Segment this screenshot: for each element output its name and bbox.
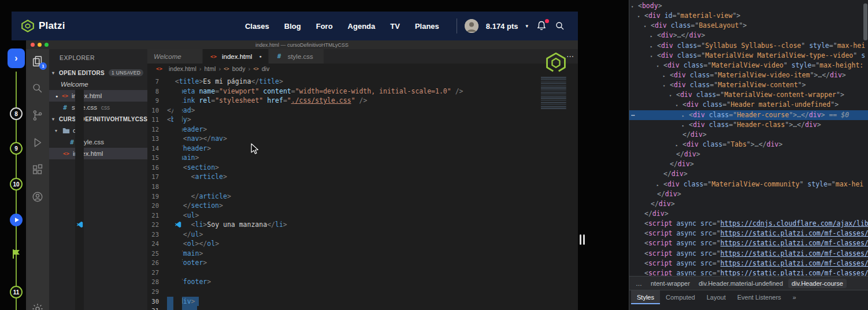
search-icon[interactable] [555,21,565,31]
platzi-logo[interactable]: Platzi [21,19,65,33]
dom-node-11[interactable]: ⋯▸<div class="Header-course">…</div> == … [629,110,868,120]
code-line-22[interactable]: 22 <li>Soy una manzana</li> [147,220,578,230]
extensions-icon[interactable] [31,163,44,176]
code-line-27[interactable]: 27 [147,268,578,278]
open-editors-section[interactable]: ▾ OPEN EDITORS 1 UNSAVED [49,67,147,79]
class-node-8[interactable]: 8 [10,107,23,120]
code-line-19[interactable]: 19 </article> [147,192,578,201]
code-line-26[interactable]: 26 <footer> [147,258,578,268]
points-label[interactable]: 8.174 pts [486,22,518,31]
code-line-21[interactable]: 21 <ul> [147,211,578,221]
devtools-tab-computed[interactable]: Computed [660,290,701,304]
code-line-9[interactable]: 9 <link rel="stylesheet" href="./css/sty… [147,96,578,106]
dom-node-10[interactable]: ▾<div class="Header material-undefined"> [629,100,868,110]
code-line-31[interactable]: 31 [147,306,578,310]
current-class-node[interactable] [10,214,23,226]
dom-node-5[interactable]: ▾<div class="MaterialView MaterialView-t… [629,51,868,61]
devtools-tab-more-tabs[interactable]: » [787,290,802,304]
dom-node-19[interactable]: </div> [629,189,868,199]
dom-node-27[interactable]: <script async src="https://static.platzi… [629,268,868,276]
dom-node-6[interactable]: ▾<div class="MaterialView-video" style="… [629,61,868,70]
accounts-icon[interactable] [31,191,44,203]
devtools-tab-styles[interactable]: Styles [631,290,660,304]
tab-index.html[interactable]: <>index.html● [203,49,269,64]
nav-item-clases[interactable]: Clases [245,22,269,31]
code-line-13[interactable]: 13 <nav></nav> [147,134,578,144]
tab-style.css[interactable]: #style.css [269,49,324,64]
code-line-8[interactable]: 8 <meta name="viewport" content="width=d… [147,87,578,96]
code-line-28[interactable]: 28 </footer> [147,277,578,287]
editor-more-actions-icon[interactable]: ⋯ [566,52,574,61]
chevron-down-icon[interactable]: ▾ [525,23,528,29]
minimap[interactable] [541,77,573,110]
code-line-10[interactable]: 10</head> [147,106,578,115]
dom-node-25[interactable]: <script async src="https://static.platzi… [629,249,868,259]
dom-node-12[interactable]: ▸<div class="Header-class">…</div> [629,120,868,130]
settings-gear-icon[interactable] [31,302,44,310]
class-node-9[interactable]: 9 [10,142,23,155]
nav-item-agenda[interactable]: Agenda [348,22,376,31]
tree-item-index.html[interactable]: <>index.html [49,148,147,159]
code-line-7[interactable]: 7 <title>Es mi página</title> [147,77,578,87]
devtools-scrollbar[interactable] [863,3,867,40]
explorer-icon[interactable]: 1 [31,55,44,68]
code-line-30[interactable]: 30 <div> [147,297,578,307]
code-line-16[interactable]: 16 <section> [147,163,578,173]
crumb-header[interactable]: div.Header.material-undefined [695,279,787,288]
crumb-header-course[interactable]: div.Header-course [788,279,847,288]
class-node-10[interactable]: 10 [10,178,23,191]
breadcrumb-body[interactable]: body [232,65,246,72]
crumb-overflow[interactable]: … [632,279,646,288]
dom-node-9[interactable]: ▾<div class="MaterialView-content-wrappe… [629,90,868,100]
dom-node-20[interactable]: </div> [629,199,868,209]
close-button[interactable] [31,43,35,47]
dom-node-26[interactable]: <script async src="https://static.platzi… [629,259,868,268]
run-debug-icon[interactable] [31,136,44,149]
open-editor-index.html[interactable]: ●<>index.html [49,90,147,102]
code-line-24[interactable]: 24 <ol></ol> [147,239,578,249]
dom-node-15[interactable]: </div> [629,150,868,159]
nav-item-foro[interactable]: Foro [316,22,333,31]
dom-node-1[interactable]: ▾<div id="material-view"> [629,11,868,21]
dom-node-14[interactable]: ▸<div class="Tabs">…</div> [629,140,868,150]
dom-node-3[interactable]: ▸<div>…</div> [629,31,868,40]
dom-node-21[interactable]: </div> [629,209,868,219]
notifications-button[interactable] [536,20,547,32]
code-line-12[interactable]: 12 <header> [147,125,578,135]
code-line-20[interactable]: 20 </section> [147,201,578,211]
code-line-11[interactable]: 11<body> [147,115,578,125]
code-editor[interactable]: 7 <title>Es mi página</title>8 <meta nam… [147,74,578,310]
code-line-15[interactable]: 15 <main> [147,153,578,163]
workspace-section[interactable]: ▾ CURSODEFINITIVOHTMLYCSS [49,113,147,125]
source-control-icon[interactable] [31,109,44,122]
code-line-23[interactable]: 23 </ul> [147,230,578,240]
code-line-14[interactable]: 14 </header> [147,144,578,154]
dom-node-23[interactable]: <script async src="https://static.platzi… [629,229,868,238]
tree-item-css[interactable]: ▾css [49,125,147,136]
dom-node-4[interactable]: ▸<div class="Syllabus Syllabus--close" s… [629,41,868,51]
code-line-18[interactable]: 18 [147,182,578,192]
code-line-29[interactable]: 29 [147,287,578,297]
breadcrumb-html[interactable]: html [205,65,216,72]
zoom-button[interactable] [44,43,49,47]
dom-node-18[interactable]: ▸<div class="MaterialView-community" sty… [629,180,868,189]
expand-syllabus-button[interactable]: › [8,48,25,68]
dom-node-8[interactable]: ▾<div class="MaterialView-content"> [629,80,868,90]
breadcrumb-div[interactable]: div [262,65,269,72]
dom-node-13[interactable]: </div> [629,130,868,140]
nav-item-planes[interactable]: Planes [415,22,439,31]
devtools-tab-layout[interactable]: Layout [701,290,732,304]
crumb-content-wrapper[interactable]: ntent-wrapper [647,279,693,288]
dom-node-22[interactable]: <script async src="https://cdnjs.cloudfl… [629,219,868,229]
dom-node-2[interactable]: ▾<div class="BaseLayout"> [629,21,868,31]
nav-item-blog[interactable]: Blog [284,22,301,31]
open-editor-style.css[interactable]: #style.csscss [49,102,147,113]
tree-item-style.css[interactable]: #style.css [49,136,147,148]
avatar[interactable] [465,19,478,33]
devtools-resize-handle[interactable] [580,234,585,245]
minimize-button[interactable] [38,43,42,47]
breadcrumb-index.html[interactable]: index.html [169,65,196,72]
open-editor-Welcome[interactable]: Welcome [49,79,147,90]
search-sidebar-icon[interactable] [31,82,44,95]
class-node-11[interactable]: 11 [10,286,23,298]
